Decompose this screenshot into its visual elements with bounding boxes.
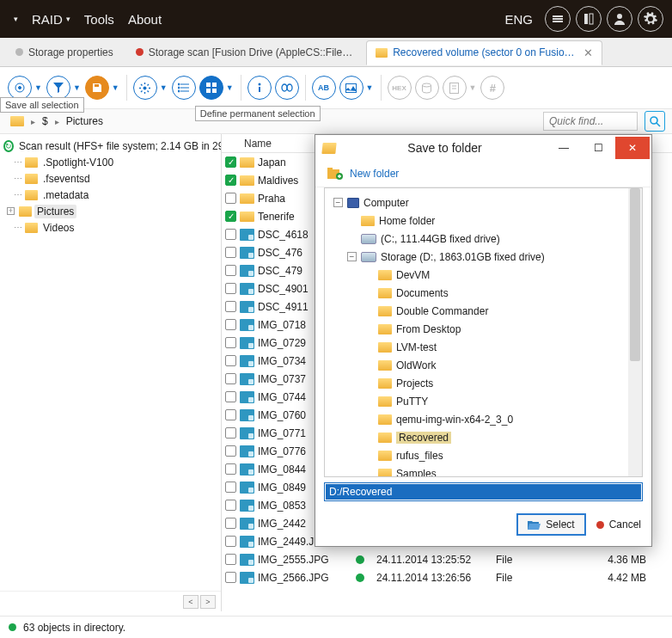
tool-settings[interactable]	[133, 76, 157, 100]
tool-grid[interactable]	[199, 76, 223, 100]
chevron-down-icon[interactable]: ▼	[224, 83, 235, 92]
checkbox[interactable]	[225, 319, 236, 330]
tree-folder[interactable]: OldWork	[333, 356, 638, 374]
new-folder-button[interactable]: New folder	[315, 161, 651, 187]
tool-list[interactable]	[172, 76, 196, 100]
checkbox[interactable]	[225, 193, 236, 204]
checkbox[interactable]: ✓	[225, 211, 236, 222]
gear-icon[interactable]	[638, 6, 663, 32]
checkbox[interactable]: ✓	[225, 156, 236, 168]
checkbox[interactable]	[225, 247, 236, 258]
checkbox[interactable]	[225, 409, 236, 420]
chevron-down-icon[interactable]: ▼	[158, 83, 169, 92]
checkbox[interactable]	[225, 463, 236, 475]
chevron-down-icon[interactable]: ▼	[33, 83, 44, 92]
checkbox[interactable]	[225, 391, 236, 402]
file-row[interactable]: IMG_2555.JPG 24.11.2014 13:25:52 File 4.…	[222, 550, 672, 568]
tool-ab[interactable]: AB	[312, 76, 336, 100]
chevron-down-icon[interactable]: ▼	[110, 83, 121, 92]
round-btn-1[interactable]	[545, 6, 571, 32]
chevron-down-icon[interactable]: ▼	[364, 83, 376, 92]
tool-target[interactable]	[8, 76, 32, 100]
select-button[interactable]: Select	[516, 513, 585, 536]
tree-computer[interactable]: − Computer	[333, 193, 638, 212]
minimize-button[interactable]: —	[547, 137, 581, 159]
tree-scan-result[interactable]: ↻ Scan result (HFS+ file system; 2.14 GB…	[3, 138, 221, 154]
scroll-right[interactable]: >	[200, 595, 216, 609]
tree-folder[interactable]: Samples	[333, 464, 638, 477]
breadcrumb: ▸ $ ▸ Pictures	[0, 108, 672, 134]
scrollbar-thumb[interactable]	[630, 188, 640, 361]
tree-item[interactable]: ⋯ .Spotlight-V100	[3, 154, 221, 170]
checkbox[interactable]	[225, 554, 236, 565]
folder-icon	[378, 342, 392, 353]
expand-icon[interactable]: +	[7, 207, 15, 215]
maximize-button[interactable]: ☐	[581, 137, 615, 159]
checkbox[interactable]	[225, 229, 236, 240]
cancel-button[interactable]: Cancel	[596, 518, 641, 531]
file-row[interactable]: IMG_2566.JPG 24.11.2014 13:26:56 File 4.…	[222, 568, 672, 586]
menu-about[interactable]: About	[123, 9, 167, 30]
tree-item[interactable]: ⋯ Videos	[3, 219, 221, 236]
tree-folder[interactable]: DevVM	[333, 266, 638, 284]
chevron-down-icon[interactable]: ▼	[71, 83, 82, 92]
tree-folder[interactable]: rufus_files	[333, 446, 638, 464]
search-button[interactable]	[645, 111, 665, 132]
checkbox[interactable]	[225, 427, 236, 439]
collapse-icon[interactable]: −	[347, 252, 357, 261]
save-button[interactable]	[85, 76, 109, 100]
tool-image[interactable]	[339, 76, 363, 100]
menu-prev[interactable]: ▾	[9, 11, 23, 27]
checkbox[interactable]	[225, 500, 236, 511]
tree-folder[interactable]: Documents	[333, 284, 638, 302]
tree-folder[interactable]: LVM-test	[333, 338, 638, 356]
tree-folder[interactable]: Projects	[333, 374, 638, 392]
checkbox[interactable]	[225, 482, 236, 493]
checkbox[interactable]	[225, 283, 236, 294]
tab-storage-properties[interactable]: Storage properties	[7, 41, 122, 64]
close-button[interactable]: ✕	[615, 137, 650, 159]
breadcrumb-root[interactable]	[7, 114, 27, 128]
tool-preview[interactable]	[275, 76, 299, 100]
dialog-titlebar[interactable]: Save to folder — ☐ ✕	[315, 135, 651, 161]
tab-recovered-volume[interactable]: Recovered volume (sector 0 on Fusio… ✕	[366, 40, 602, 65]
tree-drive-c[interactable]: (C:, 111.44GB fixed drive)	[333, 230, 638, 248]
checkbox[interactable]	[225, 355, 236, 366]
path-input[interactable]	[325, 483, 642, 500]
user-icon[interactable]	[607, 6, 632, 32]
breadcrumb-seg[interactable]: Pictures	[63, 113, 107, 129]
tool-filter[interactable]	[46, 76, 70, 100]
menu-raid[interactable]: RAID▾	[27, 9, 76, 30]
tree-folder[interactable]: Recovered	[333, 428, 638, 446]
collapse-icon[interactable]: −	[333, 198, 343, 207]
tree-folder[interactable]: Double Commander	[333, 302, 638, 320]
tree-folder[interactable]: From Desktop	[333, 320, 638, 338]
breadcrumb-seg[interactable]: $	[39, 113, 52, 129]
checkbox[interactable]	[225, 337, 236, 348]
checkbox[interactable]: ✓	[225, 175, 236, 186]
tab-storage-scan[interactable]: Storage scan [Fusion Drive (AppleCS::Fil…	[127, 41, 361, 64]
tree-home[interactable]: Home folder	[333, 212, 638, 230]
scroll-left[interactable]: <	[183, 595, 199, 609]
checkbox[interactable]	[225, 373, 236, 384]
tree-item[interactable]: ⋯ .metadata	[3, 187, 221, 203]
folder-tree[interactable]: − Computer Home folder (C:, 111.44GB fix…	[324, 187, 643, 477]
close-icon[interactable]: ✕	[583, 46, 593, 59]
tree-folder[interactable]: PuTTY	[333, 392, 638, 410]
checkbox[interactable]	[225, 518, 236, 529]
tree-folder[interactable]: qemu-img-win-x64-2_3_0	[333, 410, 638, 428]
checkbox[interactable]	[225, 301, 236, 312]
checkbox[interactable]	[225, 445, 236, 457]
menu-tools[interactable]: Tools	[79, 9, 119, 30]
tree-drive-d[interactable]: − Storage (D:, 1863.01GB fixed drive)	[333, 248, 638, 266]
round-btn-2[interactable]	[576, 6, 602, 32]
tool-info[interactable]	[247, 76, 272, 100]
quick-find-input[interactable]	[543, 112, 638, 131]
tree-item-pictures[interactable]: + Pictures	[3, 203, 221, 219]
scrollbar[interactable]	[628, 188, 642, 476]
checkbox[interactable]	[225, 536, 236, 547]
checkbox[interactable]	[225, 572, 236, 583]
language-selector[interactable]: ENG	[504, 12, 533, 27]
checkbox[interactable]	[225, 265, 236, 276]
tree-item[interactable]: ⋯ .fseventsd	[3, 170, 221, 187]
